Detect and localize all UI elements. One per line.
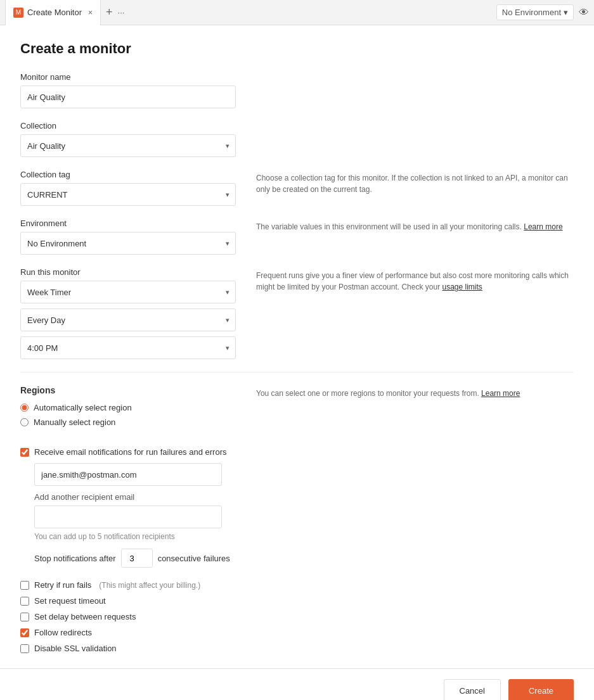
regions-radio-group: Automatically select region Manually sel…	[20, 403, 236, 427]
stop-notif-label: Stop notifications after	[34, 554, 116, 563]
collection-right	[256, 121, 574, 124]
usage-limits-link[interactable]: usage limits	[442, 283, 482, 291]
tab-close-button[interactable]: ×	[88, 8, 93, 17]
environment-hint: The variable values in this environment …	[256, 219, 574, 232]
cancel-button[interactable]: Cancel	[444, 679, 501, 700]
timeout-checkbox-item[interactable]: Set request timeout	[20, 596, 574, 606]
monitor-name-group: Monitor name	[20, 72, 574, 108]
env-select-wrapper: No Environment ▾	[20, 232, 236, 255]
new-tab-button[interactable]: +	[106, 6, 113, 19]
environment-label: Environment	[20, 219, 236, 228]
timer-select-wrapper: Week Timer Hour Timer Day Timer ▾	[20, 281, 236, 303]
auto-region-radio[interactable]	[20, 404, 29, 412]
timeout-checkbox[interactable]	[20, 597, 29, 606]
advanced-options: Retry if run fails (This might affect yo…	[20, 580, 574, 653]
follow-redirects-label: Follow redirects	[34, 628, 92, 637]
day-select-wrapper: Every Day Every Weekday Custom ▾	[20, 309, 236, 331]
delay-checkbox[interactable]	[20, 613, 29, 621]
collection-tag-left: Collection tag CURRENT ▾	[20, 170, 236, 206]
follow-redirects-checkbox-item[interactable]: Follow redirects	[20, 628, 574, 637]
regions-learn-more-link[interactable]: Learn more	[481, 389, 520, 398]
ssl-checkbox-item[interactable]: Disable SSL validation	[20, 644, 574, 653]
run-monitor-hint: Frequent runs give you a finer view of p…	[256, 267, 574, 293]
footer: Cancel Create	[0, 668, 594, 700]
follow-redirects-checkbox[interactable]	[20, 628, 29, 637]
environment-row: Environment No Environment ▾ The variabl…	[20, 219, 574, 255]
collection-tag-label: Collection tag	[20, 170, 236, 179]
environment-left: Environment No Environment ▾	[20, 219, 236, 255]
collection-select-wrapper: Air Quality ▾	[20, 134, 236, 157]
run-selects: Week Timer Hour Timer Day Timer ▾ Every …	[20, 281, 236, 359]
day-select[interactable]: Every Day Every Weekday Custom	[20, 309, 236, 331]
recipients-note: You can add up to 5 notification recipie…	[34, 532, 574, 541]
email-input[interactable]	[34, 463, 222, 486]
collection-tag-hint: Choose a collection tag for this monitor…	[256, 170, 574, 195]
retry-checkbox[interactable]	[20, 581, 29, 590]
run-hint-text: Frequent runs give you a finer view of p…	[256, 271, 569, 291]
run-monitor-left: Run this monitor Week Timer Hour Timer D…	[20, 267, 236, 359]
time-select-wrapper: 4:00 PM 12:00 AM 6:00 AM 12:00 PM ▾	[20, 336, 236, 359]
more-tabs-button[interactable]: ···	[118, 8, 125, 17]
create-button[interactable]: Create	[508, 679, 574, 700]
collection-left: Collection Air Quality ▾	[20, 121, 236, 157]
manual-region-item[interactable]: Manually select region	[20, 417, 236, 427]
active-tab[interactable]: M Create Monitor ×	[5, 0, 101, 25]
run-monitor-row: Run this monitor Week Timer Hour Timer D…	[20, 267, 574, 359]
eye-icon[interactable]: 👁	[579, 7, 589, 18]
tab-bar: M Create Monitor × + ··· No Environment …	[0, 0, 594, 25]
regions-label: Regions	[20, 385, 236, 395]
retry-label: Retry if run fails	[34, 580, 91, 590]
regions-hint-text: You can select one or more regions to mo…	[256, 389, 479, 398]
manual-region-radio[interactable]	[20, 418, 29, 426]
manual-region-label: Manually select region	[34, 417, 115, 427]
stop-notif-row: Stop notifications after consecutive fai…	[34, 549, 574, 568]
collection-tag-row: Collection tag CURRENT ▾ Choose a collec…	[20, 170, 574, 206]
notifications-group: Receive email notifications for run fail…	[20, 447, 574, 568]
collection-row: Collection Air Quality ▾	[20, 121, 574, 157]
environment-selector[interactable]: No Environment ▾	[496, 4, 574, 20]
add-recipient-label: Add another recipient email	[34, 492, 574, 502]
timer-select[interactable]: Week Timer Hour Timer Day Timer	[20, 281, 236, 303]
collection-tag-select-wrapper: CURRENT ▾	[20, 183, 236, 206]
section-divider	[20, 372, 574, 372]
delay-label: Set delay between requests	[34, 612, 136, 621]
monitor-name-input[interactable]	[20, 86, 236, 108]
regions-row: Regions Automatically select region Manu…	[20, 385, 574, 435]
tab-postman-icon: M	[13, 8, 23, 18]
email-notif-checkbox-item[interactable]: Receive email notifications for run fail…	[20, 447, 574, 457]
timeout-label: Set request timeout	[34, 596, 106, 606]
regions-left: Regions Automatically select region Manu…	[20, 385, 236, 435]
monitor-name-label: Monitor name	[20, 72, 574, 82]
run-monitor-label: Run this monitor	[20, 267, 236, 277]
auto-region-label: Automatically select region	[34, 403, 132, 412]
ssl-label: Disable SSL validation	[34, 644, 117, 653]
main-content: Create a monitor Monitor name Collection…	[0, 25, 594, 656]
regions-hint: You can select one or more regions to mo…	[256, 385, 574, 399]
collection-tag-select[interactable]: CURRENT	[20, 183, 236, 206]
collection-label: Collection	[20, 121, 236, 130]
page-title: Create a monitor	[20, 41, 574, 57]
ssl-checkbox[interactable]	[20, 644, 29, 653]
consecutive-label: consecutive failures	[158, 554, 230, 563]
tab-label: Create Monitor	[27, 8, 82, 17]
email-notif-label: Receive email notifications for run fail…	[34, 447, 226, 457]
env-label: No Environment	[502, 8, 561, 17]
delay-checkbox-item[interactable]: Set delay between requests	[20, 612, 574, 621]
stop-notif-input[interactable]	[121, 549, 153, 568]
env-select[interactable]: No Environment	[20, 232, 236, 255]
env-hint-text: The variable values in this environment …	[256, 222, 522, 231]
auto-region-item[interactable]: Automatically select region	[20, 403, 236, 412]
add-recipient-input[interactable]	[34, 506, 222, 528]
tab-bar-right: No Environment ▾ 👁	[496, 4, 589, 20]
collection-select[interactable]: Air Quality	[20, 134, 236, 157]
retry-checkbox-item[interactable]: Retry if run fails (This might affect yo…	[20, 580, 574, 590]
time-select[interactable]: 4:00 PM 12:00 AM 6:00 AM 12:00 PM	[20, 336, 236, 359]
env-learn-more-link[interactable]: Learn more	[524, 222, 562, 231]
billing-note: (This might affect your billing.)	[99, 581, 200, 590]
env-chevron-icon: ▾	[564, 8, 568, 17]
email-notif-checkbox[interactable]	[20, 448, 29, 457]
